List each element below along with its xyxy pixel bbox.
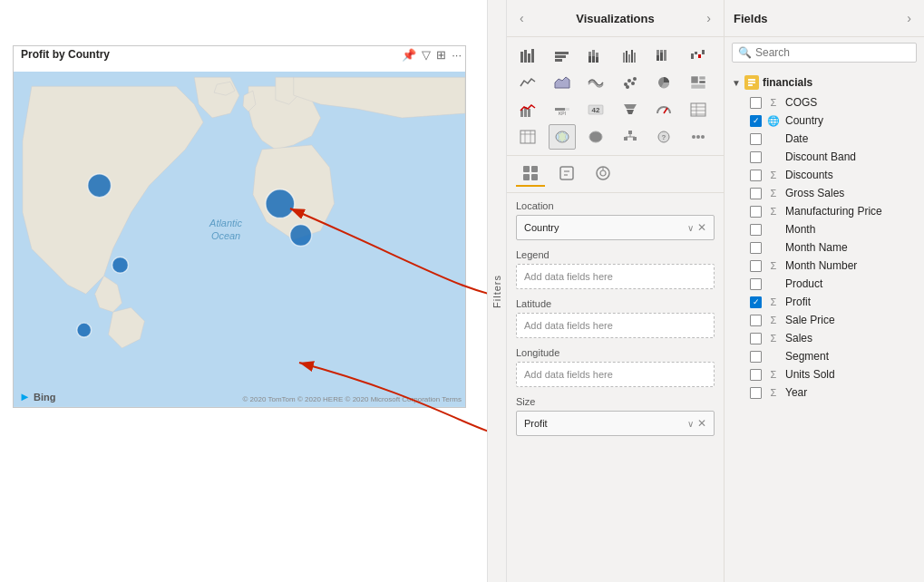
viz-field-box-latitude[interactable]: Add data fields here (516, 313, 715, 338)
fields-item-name-month-number: Month Number (785, 259, 857, 272)
fields-item-month-name[interactable]: Month Name (725, 238, 924, 257)
viz-icon-waterfall[interactable] (685, 43, 712, 68)
viz-icon-line[interactable] (514, 70, 541, 95)
fields-panel-next-arrow[interactable]: › (903, 7, 915, 29)
location-remove-icon[interactable]: ✕ (697, 221, 706, 234)
viz-icon-bar[interactable] (514, 43, 541, 68)
viz-panel-prev-arrow[interactable]: ‹ (516, 7, 528, 29)
viz-field-section-legend: Legend Add data fields here (516, 249, 715, 289)
pin-icon[interactable]: 📌 (402, 48, 416, 62)
svg-rect-24 (626, 51, 627, 63)
fields-item-segment[interactable]: Segment (725, 347, 924, 365)
viz-field-box-size[interactable]: Profit ∨ ✕ (516, 411, 715, 436)
size-chevron-icon[interactable]: ∨ (687, 419, 694, 429)
svg-rect-32 (660, 53, 663, 61)
location-chevron-icon[interactable]: ∨ (687, 223, 694, 233)
viz-icon-column[interactable] (549, 43, 576, 68)
map-toolbar: 📌 ▽ ⊞ ··· (402, 48, 462, 62)
viz-field-legend-placeholder: Add data fields here (524, 271, 613, 282)
fields-search-box[interactable]: 🔍 (732, 43, 917, 63)
fields-item-product[interactable]: Product (725, 275, 924, 293)
fields-checkbox-month[interactable] (750, 224, 762, 236)
viz-icon-area[interactable] (549, 70, 576, 95)
fields-checkbox-cogs[interactable] (750, 97, 762, 109)
viz-icon-more[interactable] (685, 124, 712, 150)
svg-rect-19 (592, 50, 595, 56)
svg-rect-15 (555, 59, 562, 62)
viz-field-box-location[interactable]: Country ∨ ✕ (516, 215, 715, 240)
fields-item-cogs[interactable]: Σ COGS (725, 93, 924, 112)
fields-checkbox-country[interactable] (750, 115, 762, 127)
filter-icon[interactable]: ▽ (422, 48, 431, 62)
fields-item-profit[interactable]: Σ Profit (725, 293, 924, 311)
viz-icon-100pct[interactable] (650, 43, 677, 68)
viz-icon-clustered[interactable] (617, 43, 644, 68)
fields-item-month[interactable]: Month (725, 220, 924, 238)
more-icon[interactable]: ··· (452, 48, 462, 62)
fields-item-date[interactable]: Date (725, 130, 924, 148)
fields-item-year[interactable]: Σ Year (725, 383, 924, 402)
viz-icon-ribbon[interactable] (582, 70, 609, 95)
svg-rect-80 (523, 166, 530, 172)
fields-group-header[interactable]: ▼ financials (725, 72, 924, 93)
svg-rect-23 (623, 53, 625, 63)
fields-checkbox-product[interactable] (750, 278, 762, 290)
viz-icon-combo[interactable] (514, 97, 541, 122)
svg-point-77 (692, 135, 695, 139)
fields-checkbox-units-sold[interactable] (750, 369, 762, 381)
fields-checkbox-sale-price[interactable] (750, 315, 762, 326)
viz-icon-kpi[interactable]: KPI (549, 97, 576, 122)
viz-icon-map[interactable] (549, 124, 576, 150)
fields-item-discount-band[interactable]: Discount Band (725, 148, 924, 166)
fields-checkbox-month-name[interactable] (750, 242, 762, 254)
fields-item-country[interactable]: 🌐 Country (725, 112, 924, 130)
viz-icon-gauge[interactable] (650, 97, 677, 122)
viz-icon-treemap[interactable] (685, 70, 712, 95)
fields-checkbox-profit[interactable] (750, 296, 762, 308)
viz-panel-next-arrow[interactable]: › (703, 7, 715, 29)
fields-item-sales[interactable]: Σ Sales (725, 329, 924, 347)
fields-checkbox-date[interactable] (750, 133, 762, 145)
viz-tab-format[interactable] (552, 161, 581, 187)
svg-text:KPI: KPI (558, 111, 565, 116)
viz-icon-table[interactable] (685, 97, 712, 122)
viz-icon-qna[interactable]: ? (650, 124, 677, 150)
fields-checkbox-gross-sales[interactable] (750, 188, 762, 199)
fields-checkbox-month-number[interactable] (750, 260, 762, 272)
svg-rect-44 (691, 76, 698, 83)
viz-icon-pie[interactable] (650, 70, 677, 95)
fields-checkbox-sales[interactable] (750, 333, 762, 344)
viz-field-longitude-placeholder: Add data fields here (524, 369, 613, 380)
size-remove-icon[interactable]: ✕ (697, 417, 706, 430)
fields-item-gross-sales[interactable]: Σ Gross Sales (725, 184, 924, 202)
viz-field-box-longitude[interactable]: Add data fields here (516, 362, 715, 387)
fields-item-manufacturing-price[interactable]: Σ Manufacturing Price (725, 202, 924, 220)
viz-tab-fields[interactable] (516, 161, 545, 187)
viz-tab-analytics[interactable] (588, 161, 618, 187)
search-input[interactable] (755, 46, 910, 59)
map-visual[interactable]: Profit by Country 📌 ▽ ⊞ ··· (13, 45, 466, 408)
viz-icon-card[interactable]: 42 (582, 97, 609, 122)
viz-icon-scatter[interactable] (617, 70, 644, 95)
svg-rect-82 (523, 174, 530, 180)
svg-point-4 (112, 257, 129, 273)
fields-checkbox-manufacturing-price[interactable] (750, 206, 762, 218)
fields-item-name-sale-price: Sale Price (785, 314, 835, 326)
fields-item-discounts[interactable]: Σ Discounts (725, 166, 924, 184)
expand-icon[interactable]: ⊞ (436, 48, 446, 62)
viz-icon-filled-map[interactable] (582, 124, 609, 150)
fields-item-month-number[interactable]: Σ Month Number (725, 257, 924, 275)
fields-item-sale-price[interactable]: Σ Sale Price (725, 311, 924, 329)
viz-icon-decomp[interactable] (617, 124, 644, 150)
fields-checkbox-segment[interactable] (750, 351, 762, 363)
viz-icon-stacked[interactable] (582, 43, 609, 68)
viz-icon-matrix[interactable] (514, 124, 541, 150)
fields-checkbox-year[interactable] (750, 387, 762, 399)
fields-checkbox-discount-band[interactable] (750, 151, 762, 163)
fields-item-name-month-name: Month Name (785, 241, 848, 254)
viz-icon-funnel[interactable] (617, 97, 644, 122)
svg-rect-14 (555, 55, 566, 58)
fields-item-units-sold[interactable]: Σ Units Sold (725, 365, 924, 383)
viz-field-box-legend[interactable]: Add data fields here (516, 264, 715, 289)
fields-checkbox-discounts[interactable] (750, 170, 762, 181)
